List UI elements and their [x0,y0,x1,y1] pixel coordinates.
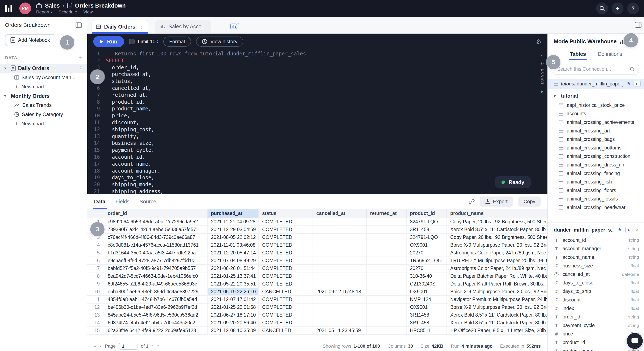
code-line[interactable]: 20 shipping_mode, [87,181,536,188]
table-list-item[interactable]: animal_crossing_headwear [548,203,644,212]
cell-purchased-at[interactable]: 2021-06-27 18:17:10 [208,311,258,319]
sidebar-item-sales-by-category[interactable]: Sales by Category [0,110,87,119]
cell-cancelled-at[interactable] [313,303,366,311]
table-row[interactable]: 7 babfd527-f5e2-40f5-9c91-794705a9b557 2… [87,264,547,272]
cell-purchased-at[interactable]: 2021-05-22 20:35:51 [208,280,258,288]
code-editor[interactable]: 1 -- Returns first 100 rows from tutoria… [87,50,536,194]
cell-status[interactable]: COMPLETED [258,264,313,272]
cell-product-name[interactable]: Copy Paper, 20 lbs., 92 Brightness, 500 … [447,218,547,226]
cell-purchased-at[interactable]: 2021-01-25 13:37:41 [208,272,258,280]
cell-product-id[interactable]: 3R11458 [406,319,447,327]
chat-launcher-button[interactable] [627,333,643,349]
cell-status[interactable]: COMPLETED [258,241,313,249]
cell-status[interactable]: COMPLETED [258,249,313,257]
cell-order-id[interactable]: 4854f6a8-aab1-4748-b7b6-1c676fb5a5ad [104,296,208,303]
export-button[interactable]: Export [480,196,513,206]
column-header-cancelled-at[interactable]: cancelled_at [313,209,366,218]
table-list-item[interactable]: animal_crossing_fencing [548,169,644,178]
cell-purchased-at[interactable]: 2021-01-25 22:01:58 [208,303,258,311]
limit-100-toggle[interactable]: Limit 100 [129,39,158,44]
field-row[interactable]: discount float [548,296,644,304]
table-list-item[interactable]: aapl_historical_stock_price [548,101,644,110]
cell-cancelled-at[interactable] [313,241,366,249]
table-row[interactable]: 15 62a33f4e-6412-4fe9-9222-2d69afe95128 … [87,327,547,334]
sidebar-item-sales-by-account[interactable]: Sales by Account Man... [0,73,87,82]
cell-status[interactable]: COMPLETED [258,272,313,280]
cell-order-id[interactable]: 8ea942d7-5cc7-4663-b0de-1eb41066efc0 [104,272,208,280]
field-row[interactable]: account_id string [548,236,644,244]
table-row[interactable]: 6 e9c6aeff-4f5d-4728-a877-7db8297fdd1c 2… [87,257,547,264]
cell-status[interactable]: COMPLETED [258,311,313,319]
kebab-menu-icon[interactable]: ⋮ [139,24,144,30]
cell-product-id[interactable]: 324791-LQO [406,234,447,241]
cell-status[interactable]: COMPLETED [258,257,313,264]
tab-tables[interactable]: Tables [570,47,586,61]
field-row[interactable]: order_id string [548,312,644,321]
code-line[interactable]: 2 SELECT [87,57,536,64]
column-header-purchased-at[interactable]: purchased_at [208,209,258,218]
cell-status[interactable]: COMPLETED [258,296,313,303]
help-button[interactable]: ? [627,2,639,14]
menu-schedule[interactable]: Schedule [58,10,77,14]
column-header-order-id[interactable]: order_id [104,209,208,218]
tab-data[interactable]: Data [94,194,105,209]
cell-purchased-at[interactable]: 2021-12-20 05:47:14 [208,249,258,257]
cell-cancelled-at[interactable] [313,311,366,319]
code-line[interactable]: 5 status, [87,78,536,85]
table-row[interactable]: 8 8ea942d7-5cc7-4663-b0de-1eb41066efc0 2… [87,272,547,280]
cell-product-id[interactable]: HPC8511 [406,327,447,334]
copy-button[interactable]: Copy [518,196,541,206]
cell-product-name[interactable]: Boise X-9 Multipurpose Paper, 20 lbs., 9… [447,303,547,311]
code-line[interactable]: 19 days_to_close, [87,174,536,181]
run-button[interactable]: Run [93,36,124,47]
cell-returned-at[interactable] [366,303,406,311]
cell-product-name[interactable]: TRU RED™ Multipurpose Paper, 20 lbs., 96… [447,257,547,264]
pin-icon[interactable] [626,81,631,86]
sidebar-item-daily-orders[interactable]: ▾ Daily Orders ⋮ [0,64,87,73]
cell-status[interactable]: CANCELLED [258,288,313,296]
schema-table-link[interactable]: dunder_mifflin_paper_s... [554,227,614,233]
field-row[interactable]: days_to_ship float [548,287,644,296]
column-header-status[interactable]: status [258,209,313,218]
cell-status[interactable]: COMPLETED [258,280,313,288]
table-row[interactable]: 2 789390f7-a2f4-4264-aebe-5e336a57fd57 2… [87,226,547,234]
chevron-down-icon[interactable]: ▾ [4,66,8,70]
table-row[interactable]: 11 4854f6a8-aab1-4748-b7b6-1c676fb5a5ad … [87,296,547,303]
add-chart-button[interactable] [230,22,240,30]
last-page-button[interactable]: » [157,344,159,349]
search-button[interactable] [596,2,608,14]
cell-cancelled-at[interactable] [313,226,366,234]
table-row[interactable]: 4 c8e0d081-c14a-4576-acca-11580ad13761 2… [87,241,547,249]
cell-returned-at[interactable] [366,280,406,288]
cell-returned-at[interactable] [366,319,406,327]
menu-view[interactable]: View [83,10,93,14]
cell-purchased-at[interactable]: 2021-08-26 01:51:44 [208,264,258,272]
table-list-item[interactable]: animal_crossing_floors [548,186,644,195]
column-header-product-name[interactable]: product_name [447,209,547,218]
table-row[interactable]: 14 6d374f74-f4ab-4ef2-ab4c-7d0b443c20c2 … [87,319,547,327]
expand-panel-icon[interactable]: ‹ [541,53,542,58]
cell-order-id[interactable]: c8e0d081-c14a-4576-acca-11580ad13761 [104,241,208,249]
cell-returned-at[interactable] [366,296,406,303]
pinned-table-row[interactable]: tutorial.dunder_mifflin_paper_sales ▶ [548,79,644,89]
field-row[interactable]: account_manager string [548,244,644,253]
cell-order-id[interactable]: be406b30-c1ba-4ed7-83a6-2962b9f7ef2d [104,303,208,311]
code-line[interactable]: 8 product_id, [87,99,536,106]
table-list-item[interactable]: animal_crossing_fish [548,178,644,186]
cell-order-id[interactable]: c76acf4f-466d-4f06-84d3-739c0ae66a87 [104,234,208,241]
cell-cancelled-at[interactable]: 2021-09-12 15:48:18 [313,288,366,296]
cell-purchased-at[interactable]: 2021-05-19 22:26:10 [208,288,258,296]
cell-status[interactable]: CANCELLED [258,327,313,334]
cell-order-id[interactable]: 6d374f74-f4ab-4ef2-ab4c-7d0b443c20c2 [104,319,208,327]
preview-table-button[interactable]: ▶ [625,227,632,233]
cell-order-id[interactable]: 789390f7-a2f4-4264-aebe-5e336a57fd57 [104,226,208,234]
next-page-button[interactable]: › [152,344,154,349]
field-row[interactable]: cancelled_at datetime [548,270,644,278]
cell-purchased-at[interactable]: 2021-08-05 22:02:12 [208,234,258,241]
cell-order-id[interactable]: c9892064-6b53-46dd-a0bf-2c7296cda952 [104,218,208,226]
schema-group-tutorial[interactable]: ▾ tutorial [548,89,644,101]
table-row[interactable]: 3 c76acf4f-466d-4f06-84d3-739c0ae66a87 2… [87,234,547,241]
table-list-item[interactable]: animal_crossing_construction [548,152,644,161]
cell-order-id[interactable]: e5ba300f-ae66-43eb-899d-4c4ae5897229 [104,288,208,296]
share-link-button[interactable] [469,198,474,204]
